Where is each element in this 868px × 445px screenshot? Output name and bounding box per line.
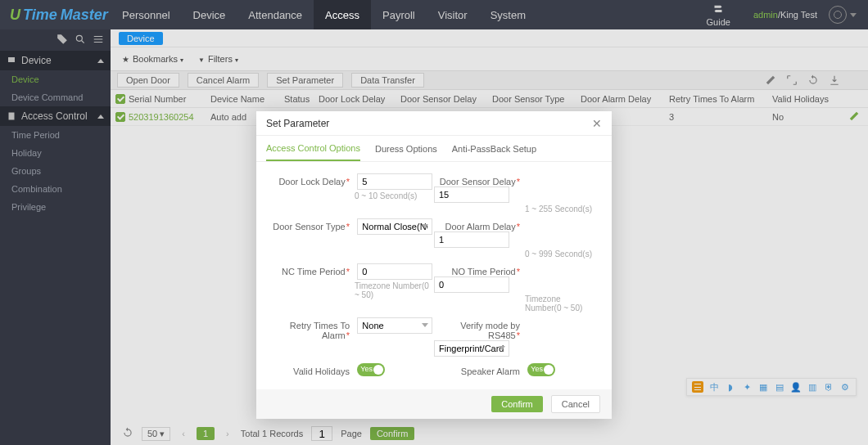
hint-door-sensor-delay: 1 ~ 255 Second(s) xyxy=(525,205,597,214)
input-door-lock-delay[interactable] xyxy=(357,173,432,190)
hint-nc-time-period: Timezone Number(0 ~ 50) xyxy=(355,281,434,299)
user-label: admin/King Test xyxy=(753,10,817,20)
nav-personnel[interactable]: Personnel xyxy=(111,0,182,29)
input-no-time-period[interactable] xyxy=(434,276,509,293)
close-button[interactable]: ✕ xyxy=(592,117,602,130)
set-parameter-dialog: Set Parameter ✕ Access Control Options D… xyxy=(256,111,612,419)
toggle-speaker-alarm[interactable]: Yes xyxy=(527,363,555,376)
label-valid-holidays: Valid Holidays xyxy=(271,363,350,376)
label-verify-mode-rs485: Verify mode by RS485 xyxy=(434,317,520,340)
hint-no-time-period: Timezone Number(0 ~ 50) xyxy=(525,294,597,312)
cancel-button[interactable]: Cancel xyxy=(551,395,600,413)
logo: UTimeMaster xyxy=(0,7,111,24)
nav-visitor[interactable]: Visitor xyxy=(427,0,479,29)
user-menu-caret[interactable] xyxy=(850,13,857,17)
nav-payroll[interactable]: Payroll xyxy=(371,0,427,29)
hint-door-lock-delay: 0 ~ 10 Second(s) xyxy=(355,191,434,200)
label-door-sensor-type: Door Sensor Type xyxy=(271,218,350,231)
guide-button[interactable]: Guide xyxy=(707,2,730,27)
label-retry-times-to-alarm: Retry Times To Alarm xyxy=(271,317,350,340)
tab-duress-options[interactable]: Duress Options xyxy=(375,137,437,160)
hint-door-alarm-delay: 0 ~ 999 Second(s) xyxy=(525,249,597,258)
label-nc-time-period: NC Time Period xyxy=(271,263,350,276)
avatar[interactable] xyxy=(829,6,847,24)
signpost-icon xyxy=(711,2,726,17)
nav-attendance[interactable]: Attendance xyxy=(237,0,314,29)
label-door-lock-delay: Door Lock Delay xyxy=(271,173,350,187)
toggle-valid-holidays[interactable]: Yes xyxy=(357,363,385,376)
label-door-sensor-delay: Door Sensor Delay xyxy=(434,173,520,187)
label-no-time-period: NO Time Period xyxy=(434,263,520,276)
input-nc-time-period[interactable] xyxy=(357,263,432,280)
tab-anti-passback[interactable]: Anti-PassBack Setup xyxy=(452,137,536,160)
confirm-button[interactable]: Confirm xyxy=(491,396,543,412)
input-door-sensor-delay[interactable] xyxy=(434,187,509,203)
tab-access-control-options[interactable]: Access Control Options xyxy=(266,137,360,161)
nav-device[interactable]: Device xyxy=(182,0,237,29)
nav-system[interactable]: System xyxy=(479,0,537,29)
dialog-title: Set Parameter xyxy=(266,118,329,129)
label-speaker-alarm: Speaker Alarm xyxy=(434,363,520,376)
nav-access[interactable]: Access xyxy=(314,0,371,29)
modal-overlay: Set Parameter ✕ Access Control Options D… xyxy=(0,29,868,445)
chevron-down-icon xyxy=(499,346,505,350)
chevron-down-icon xyxy=(422,224,428,228)
chevron-down-icon xyxy=(422,323,428,327)
label-door-alarm-delay: Door Alarm Delay xyxy=(434,218,520,231)
input-door-alarm-delay[interactable] xyxy=(434,231,509,248)
